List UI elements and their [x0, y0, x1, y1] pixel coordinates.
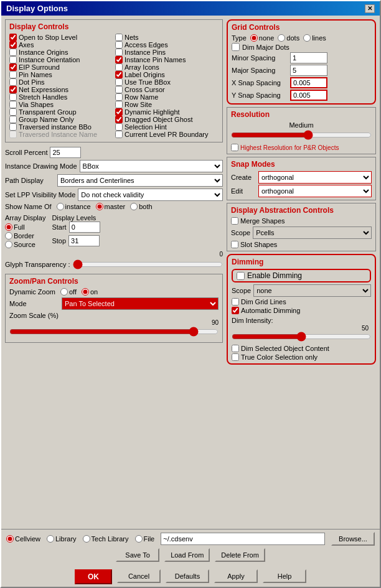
array-border-input[interactable] — [5, 232, 12, 240]
type-dots-input[interactable] — [278, 34, 285, 42]
ok-button[interactable]: OK — [75, 569, 112, 584]
defaults-button[interactable]: Defaults — [166, 569, 209, 583]
cb-dynamic-highlight-input[interactable] — [115, 108, 123, 116]
mode-select[interactable]: Pan To Selected — [62, 297, 219, 310]
abstraction-title: Display Abstraction Controls — [231, 206, 372, 215]
type-lines-input[interactable] — [303, 34, 311, 42]
auto-dimming-cb[interactable] — [232, 307, 239, 314]
close-button[interactable]: ✕ — [365, 4, 375, 13]
save-to-button[interactable]: Save To — [116, 548, 159, 562]
resolution-slider[interactable] — [231, 130, 372, 140]
type-lines-label: lines — [312, 34, 326, 42]
radio-both-input[interactable] — [130, 203, 138, 210]
cb-instance-orientation-input[interactable] — [9, 56, 17, 63]
snap-create-row: Create orthogonal — [231, 171, 372, 184]
zoom-pan-section: Zoom/Pan Controls Dynamic Zoom off on Mo… — [5, 274, 223, 343]
array-full-label: Full — [14, 223, 25, 231]
dim-selected-cb[interactable] — [232, 345, 239, 352]
cb-use-true-bbox-input[interactable] — [115, 78, 123, 86]
cb-label-origins-input[interactable] — [115, 71, 123, 78]
cb-pin-names-input[interactable] — [9, 71, 17, 78]
type-none-input[interactable] — [250, 34, 258, 42]
dim-grid-lines-cb[interactable] — [232, 298, 239, 306]
cancel-button[interactable]: Cancel — [117, 569, 161, 583]
type-none: none — [250, 34, 274, 42]
minor-spacing-input[interactable] — [290, 52, 327, 63]
type-lines: lines — [303, 34, 326, 42]
true-color-cb[interactable] — [232, 353, 239, 361]
scroll-percent-input[interactable] — [50, 147, 81, 158]
footer-tech-library-input[interactable] — [83, 535, 90, 543]
cb-nets-input[interactable] — [115, 34, 123, 41]
cb-instance-pin-names-input[interactable] — [115, 56, 123, 63]
zoom-on-input[interactable] — [82, 288, 89, 296]
cb-dot-pins-input[interactable] — [9, 78, 17, 86]
cb-group-name-only-input[interactable] — [9, 116, 17, 123]
cb-traversed-instance-name-input[interactable] — [9, 131, 17, 138]
cb-instance-origins-input[interactable] — [9, 49, 17, 56]
snap-edit-select[interactable]: orthogonal — [258, 185, 372, 197]
dim-scope-select[interactable]: none — [253, 284, 371, 297]
array-full-input[interactable] — [5, 223, 12, 231]
slot-shapes-cb[interactable] — [231, 241, 238, 248]
dim-grid-lines-label: Dim Grid Lines — [241, 298, 286, 306]
dim-major-dots-cb[interactable] — [232, 43, 240, 51]
x-snap-input[interactable] — [290, 77, 327, 88]
zoom-scale-row: Zoom Scale (%) — [9, 312, 219, 319]
cb-array-icons-input[interactable] — [115, 63, 123, 71]
zoom-off-input[interactable] — [60, 288, 68, 296]
scope-select[interactable]: Pcells — [253, 226, 372, 239]
cb-open-stop-level-input[interactable] — [9, 34, 17, 41]
x-snap-label: X Snap Spacing — [232, 79, 288, 86]
enable-dimming-cb[interactable] — [237, 272, 245, 280]
highest-res-cb[interactable] — [231, 144, 238, 151]
cb-instance-pins-input[interactable] — [115, 49, 123, 56]
footer-cellview-input[interactable] — [6, 535, 14, 543]
footer-library-input[interactable] — [47, 535, 54, 543]
glyph-slider[interactable] — [73, 259, 223, 269]
scroll-percent-row: Scroll Percent — [5, 147, 223, 158]
cb-cross-cursor-input[interactable] — [115, 86, 123, 93]
radio-instance-input[interactable] — [57, 203, 64, 210]
dim-intensity-slider[interactable] — [232, 332, 371, 342]
apply-button[interactable]: Apply — [214, 569, 258, 583]
path-display-select[interactable]: Borders and Centerlines — [57, 174, 223, 187]
cb-transparent-group-input[interactable] — [9, 108, 17, 116]
zoom-scale-slider[interactable] — [9, 327, 219, 337]
cb-open-stop-level-label: Open to Stop Level — [19, 34, 77, 41]
y-snap-input[interactable] — [290, 90, 327, 101]
snap-create-select[interactable]: orthogonal — [258, 171, 372, 184]
cb-via-shapes-input[interactable] — [9, 101, 17, 108]
array-display-options: Full Border Source — [5, 223, 45, 248]
cb-selection-hint-input[interactable] — [115, 123, 123, 131]
footer-path-input[interactable] — [161, 533, 325, 545]
cb-net-expressions-label: Net Expressions — [19, 86, 68, 93]
help-button[interactable]: Help — [263, 569, 306, 583]
snap-create-label: Create — [231, 174, 256, 181]
merge-shapes-cb[interactable] — [231, 217, 238, 225]
cb-dragged-object-ghost-input[interactable] — [115, 116, 123, 123]
cb-net-expressions-input[interactable] — [9, 86, 17, 93]
radio-master-input[interactable] — [96, 203, 103, 210]
instance-drawing-mode-select[interactable]: BBox — [80, 160, 223, 172]
cb-array-icons-label: Array Icons — [125, 63, 159, 71]
major-spacing-input[interactable] — [290, 65, 327, 76]
footer-file-input[interactable] — [135, 535, 143, 543]
start-input[interactable] — [69, 222, 100, 233]
delete-from-button[interactable]: Delete From — [215, 548, 265, 562]
cb-axes-input[interactable] — [9, 41, 17, 49]
cb-row-site-input[interactable] — [115, 101, 123, 108]
cb-instance-origins-label: Instance Origins — [19, 49, 68, 56]
stop-input[interactable] — [68, 235, 100, 246]
cb-label-origins: Label Origins — [115, 71, 219, 78]
cb-eip-surround-input[interactable] — [9, 63, 17, 71]
cb-stretch-handles-input[interactable] — [9, 93, 17, 101]
cb-traversed-instance-bbox-input[interactable] — [9, 123, 17, 131]
load-from-button[interactable]: Load From — [164, 548, 210, 562]
array-source-input[interactable] — [5, 241, 12, 248]
cb-row-name-input[interactable] — [115, 93, 123, 101]
set-lpp-select[interactable]: Do not check validity — [78, 189, 223, 201]
browse-button[interactable]: Browse... — [331, 532, 375, 546]
cb-current-level-pr-input[interactable] — [115, 131, 123, 138]
cb-access-edges-input[interactable] — [115, 41, 123, 49]
